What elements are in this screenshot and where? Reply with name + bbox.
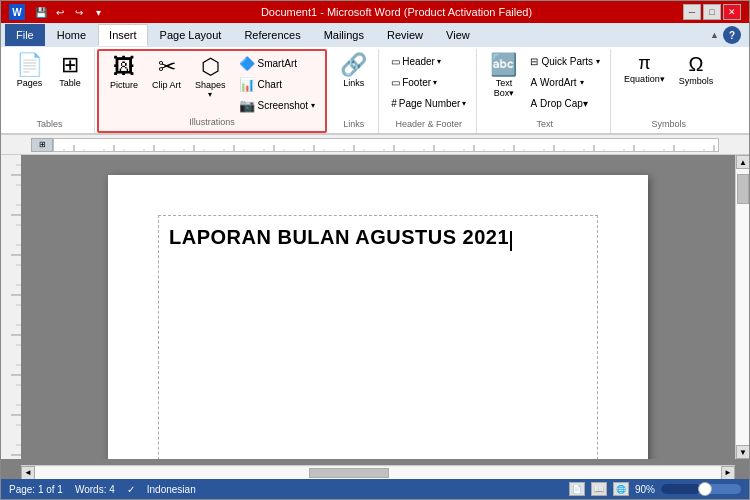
page-number-btn[interactable]: # Page Number ▾ xyxy=(387,93,470,113)
print-view-btn[interactable]: 📄 xyxy=(569,482,585,496)
equation-icon: π xyxy=(638,54,650,72)
links-btn[interactable]: 🔗 Links xyxy=(335,51,372,91)
scroll-left-btn[interactable]: ◄ xyxy=(21,466,35,480)
minimize-btn[interactable]: ─ xyxy=(683,4,701,20)
tab-bar: File Home Insert Page Layout References … xyxy=(1,23,749,47)
table-label: Table xyxy=(59,78,81,88)
smartart-btn[interactable]: 🔷 SmartArt xyxy=(235,53,320,73)
tables-group: 📄 Pages ⊞ Table Tables xyxy=(5,49,95,133)
table-btn[interactable]: ⊞ Table xyxy=(52,51,88,91)
scroll-track-v[interactable] xyxy=(736,169,749,445)
picture-btn[interactable]: 🖼 Picture xyxy=(105,53,143,93)
vertical-scrollbar: ▲ ▼ xyxy=(735,155,749,459)
save-quick-btn[interactable]: 💾 xyxy=(33,4,49,20)
scroll-thumb-v[interactable] xyxy=(737,174,749,204)
tab-home[interactable]: Home xyxy=(46,24,97,46)
scroll-track-h[interactable] xyxy=(35,467,721,479)
title-bar: W 💾 ↩ ↪ ▾ Document1 - Microsoft Word (Pr… xyxy=(1,1,749,23)
wordart-btn[interactable]: A WordArt ▾ xyxy=(526,72,604,92)
tables-group-content: 📄 Pages ⊞ Table xyxy=(11,51,88,117)
scroll-right-btn[interactable]: ► xyxy=(721,466,735,480)
close-btn[interactable]: ✕ xyxy=(723,4,741,20)
ruler-toggle-btn[interactable]: ⊞ xyxy=(31,138,53,152)
symbols-group: π Equation▾ Ω Symbols Symbols xyxy=(613,49,724,133)
language-status: Indonesian xyxy=(147,484,196,495)
svg-rect-5 xyxy=(54,139,718,152)
horizontal-ruler-area: ⊞ xyxy=(1,135,749,155)
smartart-icon: 🔷 xyxy=(239,56,255,71)
ribbon-content: 📄 Pages ⊞ Table Tables 🖼 Picture xyxy=(1,47,749,134)
text-extra-col: ⊟ Quick Parts ▾ A WordArt ▾ A Drop Cap▾ xyxy=(526,51,604,113)
links-label: Links xyxy=(343,78,364,88)
tab-references[interactable]: References xyxy=(233,24,311,46)
symbols-btn[interactable]: Ω Symbols xyxy=(674,51,719,89)
dropcap-icon: A xyxy=(530,98,537,109)
page-content-area[interactable]: LAPORAN BULAN AGUSTUS 2021 xyxy=(158,215,598,459)
quickparts-label: Quick Parts xyxy=(541,56,593,67)
equation-btn[interactable]: π Equation▾ xyxy=(619,51,670,87)
horizontal-ruler xyxy=(53,138,719,152)
page-number-icon: # xyxy=(391,98,397,109)
scroll-thumb-h[interactable] xyxy=(309,468,389,478)
pages-icon: 📄 xyxy=(16,54,43,76)
header-btn[interactable]: ▭ Header ▾ xyxy=(387,51,470,71)
zoom-thumb[interactable] xyxy=(698,482,712,496)
tab-insert[interactable]: Insert xyxy=(98,24,148,46)
document-page: LAPORAN BULAN AGUSTUS 2021 xyxy=(108,175,648,459)
text-group: 🔤 TextBox▾ ⊟ Quick Parts ▾ A WordArt ▾ xyxy=(479,49,611,133)
clipart-btn[interactable]: ✂ Clip Art xyxy=(147,53,186,93)
words-status: Words: 4 xyxy=(75,484,115,495)
tab-review[interactable]: Review xyxy=(376,24,434,46)
footer-btn[interactable]: ▭ Footer ▾ xyxy=(387,72,470,92)
page-status: Page: 1 of 1 xyxy=(9,484,63,495)
undo-quick-btn[interactable]: ↩ xyxy=(52,4,68,20)
dropcap-btn[interactable]: A Drop Cap▾ xyxy=(526,93,604,113)
redo-quick-btn[interactable]: ↪ xyxy=(71,4,87,20)
pages-btn[interactable]: 📄 Pages xyxy=(11,51,48,91)
symbols-group-label: Symbols xyxy=(651,117,686,131)
customize-quick-btn[interactable]: ▾ xyxy=(90,4,106,20)
smartart-label: SmartArt xyxy=(258,58,297,69)
collapse-ribbon-btn[interactable]: ▲ xyxy=(710,30,719,40)
textbox-label: TextBox▾ xyxy=(494,78,515,98)
clipart-label: Clip Art xyxy=(152,80,181,90)
document-scroll-area[interactable]: LAPORAN BULAN AGUSTUS 2021 xyxy=(21,155,735,459)
quick-access-toolbar: 💾 ↩ ↪ ▾ xyxy=(29,4,110,20)
shapes-icon: ⬡ xyxy=(201,56,220,78)
links-icon: 🔗 xyxy=(340,54,367,76)
page-number-label: Page Number xyxy=(399,98,461,109)
shapes-btn[interactable]: ⬡ Shapes ▾ xyxy=(190,53,231,102)
chart-icon: 📊 xyxy=(239,77,255,92)
chart-btn[interactable]: 📊 Chart xyxy=(235,74,320,94)
textbox-btn[interactable]: 🔤 TextBox▾ xyxy=(485,51,522,101)
links-group-label: Links xyxy=(343,117,364,131)
reading-view-btn[interactable]: 📖 xyxy=(591,482,607,496)
tab-file[interactable]: File xyxy=(5,24,45,46)
horizontal-scrollbar: ◄ ► xyxy=(21,465,735,479)
zoom-level: 90% xyxy=(635,484,655,495)
tab-mailings[interactable]: Mailings xyxy=(313,24,375,46)
picture-icon: 🖼 xyxy=(113,56,135,78)
illustrations-group: 🖼 Picture ✂ Clip Art ⬡ Shapes ▾ 🔷 xyxy=(97,49,327,133)
quickparts-icon: ⊟ xyxy=(530,56,538,67)
web-view-btn[interactable]: 🌐 xyxy=(613,482,629,496)
maximize-btn[interactable]: □ xyxy=(703,4,721,20)
tab-page-layout[interactable]: Page Layout xyxy=(149,24,233,46)
tab-view[interactable]: View xyxy=(435,24,481,46)
screenshot-icon: 📷 xyxy=(239,98,255,113)
text-group-content: 🔤 TextBox▾ ⊟ Quick Parts ▾ A WordArt ▾ xyxy=(485,51,604,117)
document-body: LAPORAN BULAN AGUSTUS 2021 ▲ ▼ ◄ ► xyxy=(1,155,749,479)
app-window: W 💾 ↩ ↪ ▾ Document1 - Microsoft Word (Pr… xyxy=(0,0,750,500)
scroll-up-btn[interactable]: ▲ xyxy=(736,155,749,169)
zoom-slider[interactable] xyxy=(661,484,741,494)
illustrations-group-content: 🖼 Picture ✂ Clip Art ⬡ Shapes ▾ 🔷 xyxy=(105,53,319,115)
status-right: 📄 📖 🌐 90% xyxy=(569,482,741,496)
illustrations-group-label: Illustrations xyxy=(189,115,235,129)
document-title: LAPORAN BULAN AGUSTUS 2021 xyxy=(169,226,509,248)
screenshot-btn[interactable]: 📷 Screenshot ▾ xyxy=(235,95,320,115)
window-title: Document1 - Microsoft Word (Product Acti… xyxy=(110,6,683,18)
quickparts-btn[interactable]: ⊟ Quick Parts ▾ xyxy=(526,51,604,71)
scroll-down-btn[interactable]: ▼ xyxy=(736,445,749,459)
ruler-svg xyxy=(54,139,718,152)
help-btn[interactable]: ? xyxy=(723,26,741,44)
